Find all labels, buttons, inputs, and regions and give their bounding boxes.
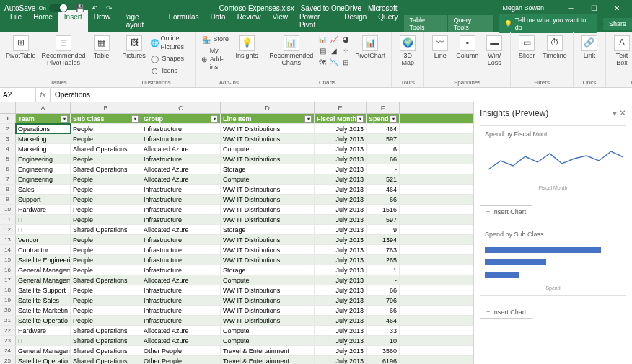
cell[interactable]: Travel & Entertainment	[221, 356, 315, 364]
cell[interactable]: Allocated Azure	[141, 275, 221, 285]
table-header-cell[interactable]: Sub Class▾	[71, 114, 141, 123]
cell[interactable]: Infrastructure	[141, 124, 221, 133]
tab-power-pivot[interactable]: Power Pivot	[294, 10, 338, 32]
cell[interactable]: Infrastructure	[141, 195, 221, 204]
cell[interactable]: July 2013	[315, 185, 367, 194]
shapes-button[interactable]: ◯Shapes	[149, 53, 190, 64]
cell[interactable]: July 2013	[315, 225, 367, 234]
cell[interactable]: July 2013	[315, 326, 367, 335]
close-pane-icon[interactable]: ▾ ✕	[613, 108, 626, 118]
cell[interactable]: People	[71, 235, 141, 244]
filter-dropdown-icon[interactable]: ▾	[131, 115, 139, 123]
row-number[interactable]: 13	[0, 235, 16, 244]
recommended-charts-button[interactable]: 📊Recommended Charts	[268, 34, 315, 68]
cell[interactable]: People	[71, 215, 141, 224]
cell[interactable]: July 2013	[315, 356, 367, 364]
table-row[interactable]: 5EngineeringPeopleInfrastructureWW IT Di…	[0, 154, 473, 164]
contextual-table-tools[interactable]: Table Tools	[404, 15, 447, 32]
cell[interactable]: General Managem	[16, 265, 71, 275]
cell[interactable]: July 2013	[315, 215, 367, 224]
cell[interactable]: Other People	[141, 356, 221, 364]
line-chart-icon[interactable]: 📈	[329, 34, 339, 44]
cell[interactable]: Infrastructure	[141, 296, 221, 305]
cell[interactable]: Travel & Entertainment	[221, 346, 315, 355]
formula-input[interactable]: Operations	[51, 88, 632, 102]
cell[interactable]: July 2013	[315, 306, 367, 315]
stock-chart-icon[interactable]: 📉	[329, 57, 339, 67]
insert-chart-button-2[interactable]: +Insert Chart	[480, 306, 532, 319]
cell[interactable]: IT	[16, 336, 71, 345]
textbox-button[interactable]: AText Box	[610, 34, 632, 68]
column-chart-icon[interactable]: 📊	[317, 34, 328, 44]
cell[interactable]: General Managem	[16, 275, 71, 285]
cell[interactable]: July 2013	[315, 144, 367, 154]
cell[interactable]: Hardware	[16, 326, 71, 335]
cell[interactable]: 1516	[367, 205, 400, 214]
row-number[interactable]: 21	[0, 316, 16, 325]
cell[interactable]: July 2013	[315, 124, 367, 133]
cell[interactable]: 464	[367, 316, 400, 325]
tab-query[interactable]: Query	[372, 10, 403, 32]
row-number[interactable]: 4	[0, 144, 16, 154]
filter-dropdown-icon[interactable]: ▾	[390, 115, 397, 123]
tab-view[interactable]: View	[266, 10, 294, 32]
cell[interactable]: Infrastructure	[141, 306, 221, 315]
cell[interactable]: Engineering	[16, 174, 71, 184]
cell[interactable]: July 2013	[315, 134, 367, 143]
filter-dropdown-icon[interactable]: ▾	[211, 115, 218, 123]
cell[interactable]: Satellite Operatio	[16, 316, 71, 325]
cell[interactable]: Allocated Azure	[141, 144, 221, 154]
cell[interactable]: Other People	[141, 346, 221, 355]
cell[interactable]: Vendor	[16, 235, 71, 244]
cell[interactable]: Infrastructure	[141, 316, 221, 325]
cell[interactable]: Satellite Engineeri	[16, 255, 71, 265]
column-header[interactable]: D	[221, 102, 315, 113]
online-pictures-button[interactable]: 🌐Online Pictures	[149, 34, 190, 52]
row-number[interactable]: 23	[0, 336, 16, 345]
table-row[interactable]: 11ITPeopleInfrastructureWW IT Distributi…	[0, 215, 473, 225]
cell[interactable]: Allocated Azure	[141, 326, 221, 335]
cell[interactable]: WW IT Distributions	[221, 255, 315, 265]
cell[interactable]: 597	[367, 215, 400, 224]
table-row[interactable]: 7EngineeringPeopleAllocated AzureCompute…	[0, 174, 473, 185]
tab-draw[interactable]: Draw	[88, 10, 116, 32]
column-header[interactable]: E	[315, 102, 367, 113]
cell[interactable]: 265	[367, 255, 400, 265]
cell[interactable]: Shared Operations	[71, 144, 141, 154]
contextual-query-tools[interactable]: Query Tools	[448, 15, 493, 32]
table-row[interactable]: 18Satellite SupportPeopleInfrastructureW…	[0, 285, 473, 296]
row-number[interactable]: 18	[0, 285, 16, 295]
cell[interactable]: Satellite Marketin	[16, 306, 71, 315]
cell[interactable]: 1	[367, 265, 400, 275]
pivottable-button[interactable]: ⊞PivotTable	[4, 34, 38, 61]
table-row[interactable]: 10HardwarePeopleInfrastructureWW IT Dist…	[0, 205, 473, 215]
cell[interactable]: Satellite Support	[16, 285, 71, 295]
table-row[interactable]: 2OperationsPeopleInfrastructureWW IT Dis…	[0, 124, 473, 134]
row-number[interactable]: 19	[0, 296, 16, 305]
cell[interactable]: WW IT Distributions	[221, 235, 315, 244]
cell[interactable]: July 2013	[315, 205, 367, 214]
table-row[interactable]: 3MarketingPeopleInfrastructureWW IT Dist…	[0, 134, 473, 144]
cell[interactable]: Shared Operations	[71, 336, 141, 345]
cell[interactable]: People	[71, 174, 141, 184]
cell[interactable]: Marketing	[16, 144, 71, 154]
cell[interactable]: 33	[367, 326, 400, 335]
insight-card-2[interactable]: Spend by Sub Class Spend	[480, 226, 626, 296]
cell[interactable]: Allocated Azure	[141, 225, 221, 234]
name-box[interactable]: A2	[0, 88, 36, 102]
3d-map-button[interactable]: 🌍3D Map	[396, 34, 419, 68]
row-number[interactable]: 1	[0, 114, 16, 123]
cell[interactable]: People	[71, 134, 141, 143]
minimize-icon[interactable]: ─	[560, 1, 581, 14]
cell[interactable]: July 2013	[315, 296, 367, 305]
cell[interactable]: Allocated Azure	[141, 174, 221, 184]
cell[interactable]: Operations	[16, 124, 71, 133]
cell[interactable]: Compute	[221, 174, 315, 184]
row-number[interactable]: 6	[0, 164, 16, 174]
cell[interactable]: Infrastructure	[141, 185, 221, 194]
row-number[interactable]: 16	[0, 265, 16, 275]
table-row[interactable]: 12ITShared OperationsAllocated AzureStor…	[0, 225, 473, 235]
map-chart-icon[interactable]: 🗺	[317, 57, 328, 67]
row-number[interactable]: 9	[0, 195, 16, 204]
user-name[interactable]: Megan Bowen	[502, 4, 544, 12]
